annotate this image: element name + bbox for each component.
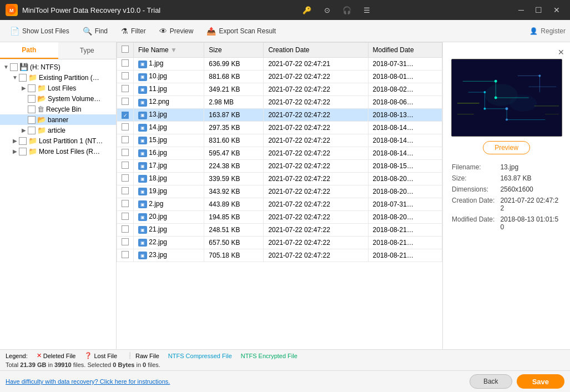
circle-icon[interactable]: ⊙ — [320, 3, 334, 17]
row-checkbox-cell[interactable] — [117, 121, 134, 134]
row-checkbox-cell[interactable] — [117, 71, 134, 83]
tree-expand-icon[interactable]: ▶ — [20, 127, 28, 133]
menu-icon[interactable]: ☰ — [360, 3, 374, 17]
row-checkbox-cell[interactable] — [117, 185, 134, 198]
find-button[interactable]: 🔍 Find — [77, 24, 113, 38]
row-checkbox-cell[interactable] — [117, 172, 134, 185]
table-row[interactable]: ▣ 22.jpg657.50 KB2021-07-22 02:47:222018… — [117, 236, 442, 249]
tree-item[interactable]: ▶📁Lost Partition 1 (NT… — [0, 135, 116, 146]
tree-item[interactable]: ▶📁Lost Files — [0, 83, 116, 93]
row-checkbox-cell[interactable] — [117, 147, 134, 159]
row-checkbox[interactable] — [122, 136, 129, 143]
row-checkbox[interactable] — [122, 174, 129, 182]
row-checkbox-cell[interactable] — [117, 96, 134, 109]
close-button[interactable]: ✕ — [549, 2, 564, 18]
key-icon[interactable]: 🔑 — [300, 3, 314, 17]
table-row[interactable]: ▣ 16.jpg595.47 KB2021-07-22 02:47:222018… — [117, 147, 442, 159]
table-row[interactable]: ▣ 23.jpg705.18 KB2021-07-22 02:47:222018… — [117, 249, 442, 262]
maximize-button[interactable]: ☐ — [531, 2, 547, 18]
tree-item[interactable]: ▼📁Existing Partition (… — [0, 72, 116, 83]
svg-point-18 — [505, 107, 508, 110]
row-checkbox[interactable] — [122, 85, 129, 92]
tree-item[interactable]: ▶📁More Lost Files (R… — [0, 146, 116, 157]
tree-checkbox[interactable] — [19, 74, 27, 82]
table-row[interactable]: ▣ 17.jpg224.38 KB2021-07-22 02:47:222018… — [117, 159, 442, 172]
register-button[interactable]: 👤 Register — [529, 27, 566, 35]
filter-button[interactable]: ⚗ Filter — [115, 24, 152, 38]
export-icon: 📤 — [206, 27, 216, 36]
table-row[interactable]: ▣ 11.jpg349.21 KB2021-07-22 02:47:222018… — [117, 83, 442, 96]
show-lost-files-button[interactable]: 📄 Show Lost Files — [4, 24, 75, 38]
size-header[interactable]: Size — [204, 43, 264, 58]
save-button[interactable]: Save — [517, 374, 564, 389]
tree-expand-icon[interactable]: ▶ — [11, 138, 19, 144]
row-checkbox[interactable] — [122, 238, 129, 245]
tab-type[interactable]: Type — [58, 42, 117, 59]
creation-date-header[interactable]: Creation Date — [264, 43, 368, 58]
table-row[interactable]: ▣ 21.jpg248.51 KB2021-07-22 02:47:222018… — [117, 223, 442, 236]
row-checkbox[interactable]: ✓ — [122, 112, 129, 119]
row-checkbox[interactable] — [122, 213, 129, 220]
row-checkbox-cell[interactable] — [117, 83, 134, 96]
row-checkbox[interactable] — [122, 59, 129, 67]
row-checkbox[interactable] — [122, 123, 129, 130]
tree-checkbox[interactable] — [28, 127, 36, 134]
tree-item[interactable]: 📂banner — [0, 114, 116, 125]
tree-checkbox[interactable] — [28, 116, 36, 124]
row-checkbox-cell[interactable] — [117, 249, 134, 262]
tree-expand-icon[interactable]: ▶ — [11, 148, 19, 154]
tree-item[interactable]: 🗑Recycle Bin — [0, 104, 116, 114]
tree-checkbox[interactable] — [28, 105, 36, 113]
row-checkbox[interactable] — [122, 72, 129, 79]
row-checkbox-cell[interactable] — [117, 58, 134, 71]
modified-date-header[interactable]: Modified Date — [368, 43, 442, 58]
table-row[interactable]: ▣ 10.jpg881.68 KB2021-07-22 02:47:222018… — [117, 71, 442, 83]
row-checkbox[interactable] — [122, 187, 129, 194]
row-checkbox-cell[interactable] — [117, 198, 134, 210]
table-row[interactable]: ▣ 20.jpg194.85 KB2021-07-22 02:47:222018… — [117, 210, 442, 223]
table-row[interactable]: ▣ 12.png2.98 MB2021-07-22 02:47:222018-0… — [117, 96, 442, 109]
tree-checkbox[interactable] — [19, 137, 27, 145]
headphone-icon[interactable]: 🎧 — [340, 3, 354, 17]
right-panel-close[interactable]: ✕ — [558, 48, 564, 57]
preview-button[interactable]: 👁 Preview — [154, 24, 199, 38]
tree-checkbox[interactable] — [28, 84, 36, 92]
tree-expand-icon[interactable]: ▼ — [11, 74, 19, 81]
table-row[interactable]: ▣ 1.jpg636.99 KB2021-07-22 02:47:212018-… — [117, 58, 442, 71]
back-button[interactable]: Back — [470, 374, 512, 389]
row-checkbox-cell[interactable] — [117, 223, 134, 236]
row-checkbox-cell[interactable] — [117, 134, 134, 147]
row-checkbox[interactable] — [122, 98, 129, 105]
row-checkbox[interactable] — [122, 251, 129, 258]
tree-expand-icon[interactable]: ▼ — [2, 64, 10, 70]
tree-checkbox[interactable] — [19, 148, 27, 155]
row-checkbox[interactable] — [122, 149, 129, 156]
file-type-icon: ▣ — [138, 61, 147, 68]
table-row[interactable]: ▣ 18.jpg339.59 KB2021-07-22 02:47:222018… — [117, 172, 442, 185]
table-row[interactable]: ✓▣ 13.jpg163.87 KB2021-07-22 02:47:22201… — [117, 109, 442, 122]
tree-checkbox[interactable] — [28, 95, 36, 103]
tree-item[interactable]: ▶📁article — [0, 125, 116, 135]
tree-checkbox[interactable] — [10, 63, 18, 71]
select-all-header[interactable] — [117, 43, 134, 58]
table-row[interactable]: ▣ 2.jpg443.89 KB2021-07-22 02:47:222018-… — [117, 198, 442, 210]
tree-item[interactable]: ▼💾(H: NTFS) — [0, 62, 116, 72]
export-scan-result-button[interactable]: 📤 Export Scan Result — [201, 24, 281, 38]
table-row[interactable]: ▣ 15.jpg831.60 KB2021-07-22 02:47:222018… — [117, 134, 442, 147]
row-checkbox-cell[interactable] — [117, 236, 134, 249]
row-checkbox[interactable] — [122, 200, 129, 207]
table-row[interactable]: ▣ 14.jpg297.35 KB2021-07-22 02:47:222018… — [117, 121, 442, 134]
help-link[interactable]: Have difficulty with data recovery? Clic… — [6, 378, 170, 385]
row-checkbox-cell[interactable] — [117, 159, 134, 172]
row-checkbox[interactable] — [122, 225, 129, 233]
tree-expand-icon[interactable]: ▶ — [20, 85, 28, 91]
file-name-header[interactable]: File Name ▼ — [134, 43, 204, 58]
tab-path[interactable]: Path — [0, 42, 58, 59]
preview-action-button[interactable]: Preview — [483, 141, 530, 154]
row-checkbox[interactable] — [122, 162, 129, 169]
row-checkbox-cell[interactable]: ✓ — [117, 109, 134, 122]
table-row[interactable]: ▣ 19.jpg343.92 KB2021-07-22 02:47:222018… — [117, 185, 442, 198]
row-checkbox-cell[interactable] — [117, 210, 134, 223]
minimize-button[interactable]: ─ — [513, 2, 529, 18]
tree-item[interactable]: 📂System Volume… — [0, 93, 116, 104]
